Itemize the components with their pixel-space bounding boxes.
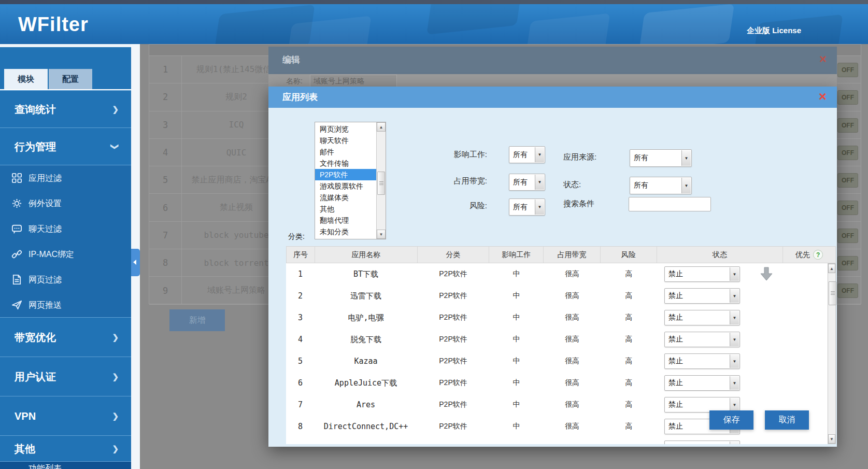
thumb-grip <box>831 291 835 295</box>
app-work-impact: 中 <box>489 263 544 285</box>
category-item[interactable]: 其他 <box>315 203 376 215</box>
sidebar-item-function-list[interactable]: 功能列表 <box>0 461 131 469</box>
scrollbar-thumb[interactable] <box>377 172 385 195</box>
table-row: 3 电驴,电骡 P2P软件 中 很高 高 禁止 ▼ <box>286 307 828 329</box>
status-select[interactable]: 禁止 ▼ <box>664 353 740 369</box>
chevron-right-icon: ❯ <box>112 372 119 381</box>
row-number: 7 <box>149 222 182 249</box>
priority-down-icon[interactable] <box>760 267 773 281</box>
app-work-impact: 中 <box>489 372 544 394</box>
behavior-submenu: 应用过滤 例外设置 聊天过滤 <box>0 165 131 318</box>
sidebar-item-behavior-mgmt[interactable]: 行为管理 ❯ <box>0 127 131 165</box>
category-listbox[interactable]: 网页浏览聊天软件邮件文件传输P2P软件游戏股票软件流媒体类其他翻墙代理未知分类 … <box>315 122 386 239</box>
filter-status-select[interactable]: 所有 ▼ <box>630 177 692 194</box>
sidebar-item-vpn[interactable]: VPN ❯ <box>0 396 131 436</box>
scroll-down-button[interactable]: ▼ <box>828 434 835 444</box>
status-select[interactable]: 禁止 ▼ <box>664 440 740 444</box>
sidebar-item-exceptions[interactable]: 例外设置 <box>0 191 131 216</box>
table-row: 1 BT下载 P2P软件 中 很高 高 禁止 ▼ <box>286 263 828 285</box>
category-item[interactable]: 未知分类 <box>315 226 376 237</box>
sidebar-item-ip-mac-binding[interactable]: IP-MAC绑定 <box>0 241 131 267</box>
app-name: DirectConnect,DC++ <box>315 416 417 437</box>
category-item[interactable]: 网页浏览 <box>315 123 376 135</box>
status-select[interactable]: 禁止 ▼ <box>664 266 740 282</box>
app-bandwidth: 很高 <box>544 350 601 372</box>
table-row: 5 Kazaa P2P软件 中 很高 高 禁止 ▼ <box>286 350 828 372</box>
sidebar-item-user-auth[interactable]: 用户认证 ❯ <box>0 357 131 396</box>
filter-work-select[interactable]: 所有 ▼ <box>509 146 545 163</box>
category-item[interactable]: 聊天软件 <box>315 135 376 146</box>
app-name: 电驴,电骡 <box>315 307 417 329</box>
row-number: 9 <box>149 277 182 304</box>
license-badge[interactable]: 企业版 License <box>747 26 801 36</box>
sidebar-item-chat-filter[interactable]: 聊天过滤 <box>0 216 131 241</box>
app-num: 3 <box>286 307 315 329</box>
app-risk: 高 <box>601 285 657 307</box>
priority-cell <box>784 285 828 307</box>
app-work-impact: 中 <box>489 350 544 372</box>
filter-bandwidth-label: 占用带宽: <box>424 176 487 186</box>
app-num: 6 <box>286 372 315 394</box>
priority-cell <box>784 372 828 394</box>
sidebar-item-app-filter[interactable]: 应用过滤 <box>0 165 131 191</box>
app-bandwidth: 很高 <box>544 263 601 285</box>
chevron-down-icon: ❯ <box>111 144 120 150</box>
link-icon <box>11 249 22 260</box>
status-select[interactable]: 禁止 ▼ <box>664 310 740 325</box>
filter-source-select[interactable]: 所有 ▼ <box>630 149 692 167</box>
gear-icon <box>11 198 22 209</box>
status-select[interactable]: 禁止 ▼ <box>664 288 740 304</box>
scroll-up-button[interactable]: ▲ <box>377 122 386 132</box>
sidebar-item-bandwidth-opt[interactable]: 带宽优化 ❯ <box>0 317 131 357</box>
off-toggle: OFF <box>837 256 858 271</box>
tab-module[interactable]: 模块 <box>4 69 48 89</box>
chevron-down-icon: ▼ <box>730 311 739 324</box>
filter-bandwidth-select[interactable]: 所有 ▼ <box>509 174 545 191</box>
scroll-up-button[interactable]: ▲ <box>828 264 835 273</box>
tab-config[interactable]: 配置 <box>49 69 92 89</box>
sidebar-item-other[interactable]: 其他 ❯ <box>0 435 131 462</box>
priority-cell <box>784 437 828 444</box>
app-bandwidth: 很高 <box>544 437 601 444</box>
save-button[interactable]: 保存 <box>709 410 753 430</box>
app-risk: 高 <box>601 329 657 350</box>
chevron-down-icon: ▼ <box>535 175 544 190</box>
app-category: P2P软件 <box>417 263 489 285</box>
cancel-button[interactable]: 取消 <box>765 410 809 430</box>
chevron-right-icon: ❯ <box>112 411 119 421</box>
category-item[interactable]: 游戏股票软件 <box>315 180 376 192</box>
keyboard-decoration <box>639 4 734 44</box>
help-icon[interactable]: ? <box>813 250 823 260</box>
chevron-down-icon: ▼ <box>730 354 739 368</box>
row-number: 3 <box>149 111 182 138</box>
search-input[interactable] <box>629 197 711 211</box>
sidebar-item-query-stats[interactable]: 查询统计 ❯ <box>0 90 131 128</box>
category-item[interactable]: 流媒体类 <box>315 192 376 203</box>
scrollbar-thumb[interactable] <box>829 281 836 305</box>
app-table-header: 序号 应用名称 分类 影响工作 占用带宽 风险 状态 优先 ? <box>286 246 836 263</box>
category-item[interactable]: P2P软件 <box>315 169 376 180</box>
status-select[interactable]: 禁止 ▼ <box>664 375 740 391</box>
category-item[interactable]: 文件传输 <box>315 158 376 169</box>
row-number: 1 <box>149 56 182 83</box>
sidebar-item-web-filter[interactable]: 网页过滤 <box>0 267 131 292</box>
app-name: 迅雷下载 <box>315 285 417 307</box>
sidebar-top-band <box>0 44 131 47</box>
category-item[interactable]: 邮件 <box>315 146 376 158</box>
app-name: 脱兔下载 <box>315 329 417 350</box>
app-num: 1 <box>286 263 315 285</box>
thumb-grip <box>379 181 383 186</box>
app-num: 5 <box>286 350 315 372</box>
filter-risk-select[interactable]: 所有 ▼ <box>509 198 545 216</box>
scroll-down-button[interactable]: ▼ <box>377 230 386 239</box>
app-risk: 高 <box>601 307 657 329</box>
status-select[interactable]: 禁止 ▼ <box>664 332 740 347</box>
app-num: 8 <box>286 416 315 437</box>
filter-risk-label: 风险: <box>424 201 487 211</box>
sidebar-collapse-handle[interactable] <box>131 249 140 276</box>
header-work: 影响工作 <box>489 247 544 263</box>
sidebar-item-web-push[interactable]: 网页推送 <box>0 292 131 318</box>
app-num: 7 <box>286 394 315 416</box>
close-icon[interactable]: × <box>819 90 827 103</box>
category-item[interactable]: 翻墙代理 <box>315 215 376 226</box>
